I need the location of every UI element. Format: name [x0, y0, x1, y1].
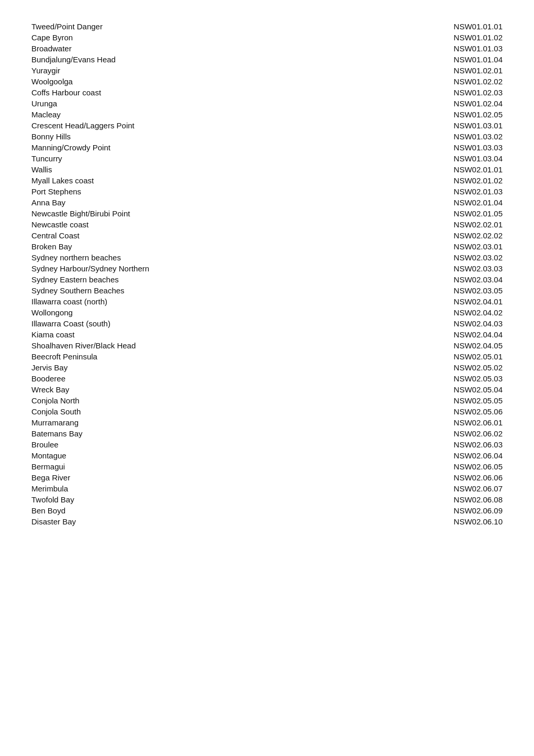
location-code: NSW02.04.01 [454, 297, 503, 306]
location-code: NSW02.06.08 [454, 495, 503, 504]
list-row: Shoalhaven River/Black HeadNSW02.04.05 [31, 340, 503, 351]
location-code: NSW01.02.04 [454, 99, 503, 108]
list-row: Broken BayNSW02.03.01 [31, 241, 503, 252]
list-row: Ben BoydNSW02.06.09 [31, 505, 503, 516]
location-code: NSW02.02.01 [454, 220, 503, 229]
location-name: Myall Lakes coast [31, 176, 94, 185]
location-code: NSW02.06.04 [454, 451, 503, 460]
list-row: WallisNSW02.01.01 [31, 164, 503, 175]
location-name: Yuraygir [31, 66, 60, 75]
location-code: NSW02.01.01 [454, 165, 503, 174]
list-row: Coffs Harbour coastNSW01.02.03 [31, 87, 503, 98]
location-name: Batemans Bay [31, 429, 83, 438]
location-code: NSW02.03.05 [454, 286, 503, 295]
list-row: Disaster BayNSW02.06.10 [31, 516, 503, 527]
location-code: NSW01.01.04 [454, 55, 503, 64]
location-code: NSW02.03.03 [454, 264, 503, 273]
location-name: Broken Bay [31, 242, 72, 251]
location-code: NSW02.01.03 [454, 187, 503, 196]
location-code: NSW01.02.01 [454, 66, 503, 75]
location-name: Sydney Harbour/Sydney Northern [31, 264, 149, 273]
location-name: Bega River [31, 473, 70, 482]
location-name: Port Stephens [31, 187, 81, 196]
location-name: Bundjalung/Evans Head [31, 55, 116, 64]
location-name: Tweed/Point Danger [31, 22, 103, 31]
location-code: NSW02.02.02 [454, 231, 503, 240]
location-name: Wallis [31, 165, 52, 174]
location-name: Woolgoolga [31, 77, 73, 86]
location-name: Bonny Hills [31, 132, 71, 141]
location-name: Anna Bay [31, 198, 65, 207]
location-name: Booderee [31, 374, 65, 383]
list-row: Kiama coastNSW02.04.04 [31, 329, 503, 340]
location-code: NSW02.04.04 [454, 330, 503, 339]
location-code: NSW01.01.03 [454, 44, 503, 53]
location-code: NSW01.01.01 [454, 22, 503, 31]
list-row: Newcastle Bight/Birubi PointNSW02.01.05 [31, 208, 503, 219]
location-name: Twofold Bay [31, 495, 74, 504]
location-name: Broadwater [31, 44, 72, 53]
location-code: NSW02.06.06 [454, 473, 503, 482]
location-name: Newcastle coast [31, 220, 88, 229]
location-name: Macleay [31, 110, 61, 119]
location-code: NSW02.03.01 [454, 242, 503, 251]
list-row: Bonny HillsNSW01.03.02 [31, 131, 503, 142]
list-row: Conjola NorthNSW02.05.05 [31, 395, 503, 406]
list-row: Port StephensNSW02.01.03 [31, 186, 503, 197]
location-code: NSW02.04.02 [454, 308, 503, 317]
location-name: Central Coast [31, 231, 80, 240]
list-row: BermaguiNSW02.06.05 [31, 461, 503, 472]
list-row: Sydney northern beachesNSW02.03.02 [31, 252, 503, 263]
location-code: NSW01.02.02 [454, 77, 503, 86]
location-code: NSW02.06.09 [454, 506, 503, 515]
list-row: Anna BayNSW02.01.04 [31, 197, 503, 208]
location-code: NSW02.01.05 [454, 209, 503, 218]
location-code: NSW02.04.03 [454, 319, 503, 328]
location-name: Coffs Harbour coast [31, 88, 101, 97]
location-name: Conjola South [31, 407, 81, 416]
location-name: Manning/Crowdy Point [31, 143, 110, 152]
location-code: NSW02.04.05 [454, 341, 503, 350]
location-code: NSW02.06.07 [454, 484, 503, 493]
location-code: NSW02.05.01 [454, 352, 503, 361]
location-name: Urunga [31, 99, 57, 108]
location-code: NSW01.03.01 [454, 121, 503, 130]
location-code: NSW02.03.04 [454, 275, 503, 284]
list-row: UrungaNSW01.02.04 [31, 98, 503, 109]
list-row: Cape ByronNSW01.01.02 [31, 32, 503, 43]
location-code: NSW02.05.04 [454, 385, 503, 394]
location-name: Broulee [31, 440, 59, 449]
location-code: NSW02.05.03 [454, 374, 503, 383]
location-name: Kiama coast [31, 330, 75, 339]
location-code: NSW02.06.03 [454, 440, 503, 449]
location-code: NSW02.03.02 [454, 253, 503, 262]
list-row: Myall Lakes coastNSW02.01.02 [31, 175, 503, 186]
list-row: MontagueNSW02.06.04 [31, 450, 503, 461]
location-name: Sydney northern beaches [31, 253, 121, 262]
location-code: NSW01.03.04 [454, 154, 503, 163]
location-name: Bermagui [31, 462, 65, 471]
location-name: Crescent Head/Laggers Point [31, 121, 135, 130]
list-row: Sydney Harbour/Sydney NorthernNSW02.03.0… [31, 263, 503, 274]
location-name: Newcastle Bight/Birubi Point [31, 209, 130, 218]
list-row: Wreck BayNSW02.05.04 [31, 384, 503, 395]
list-row: Illawarra Coast (south)NSW02.04.03 [31, 318, 503, 329]
location-name: Wreck Bay [31, 385, 69, 394]
list-row: Batemans BayNSW02.06.02 [31, 428, 503, 439]
location-code: NSW02.01.02 [454, 176, 503, 185]
list-row: Sydney Eastern beachesNSW02.03.04 [31, 274, 503, 285]
location-code: NSW01.01.02 [454, 33, 503, 42]
list-row: MurramarangNSW02.06.01 [31, 417, 503, 428]
list-row: Jervis BayNSW02.05.02 [31, 362, 503, 373]
location-name: Ben Boyd [31, 506, 65, 515]
location-name: Tuncurry [31, 154, 62, 163]
location-list: Tweed/Point DangerNSW01.01.01Cape ByronN… [31, 21, 503, 527]
list-row: TuncurryNSW01.03.04 [31, 153, 503, 164]
list-row: Crescent Head/Laggers PointNSW01.03.01 [31, 120, 503, 131]
list-row: Bega RiverNSW02.06.06 [31, 472, 503, 483]
list-row: WollongongNSW02.04.02 [31, 307, 503, 318]
location-code: NSW02.05.05 [454, 396, 503, 405]
location-code: NSW02.06.02 [454, 429, 503, 438]
location-code: NSW01.03.02 [454, 132, 503, 141]
location-code: NSW02.06.01 [454, 418, 503, 427]
